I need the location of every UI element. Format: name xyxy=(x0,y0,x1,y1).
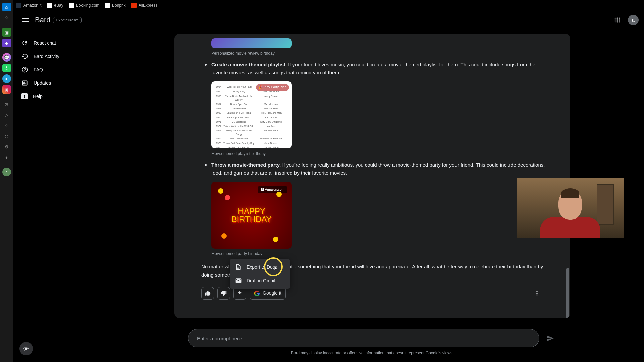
caption-party: Movie-themed party birthday xyxy=(211,251,550,257)
updates-icon xyxy=(21,80,28,86)
os-sidebar: ⌂ ☆ ▣ ◆ 💬 ✆ ➤ ◉ ◷ ▷ ♡ ◎ ⚙ ✦ a xyxy=(0,0,13,362)
os-icon-star[interactable]: ☆ xyxy=(2,13,11,22)
nav-label: FAQ xyxy=(34,67,43,72)
docs-icon xyxy=(235,264,242,270)
cursor-pointer-icon xyxy=(272,265,278,273)
draft-in-gmail-item[interactable]: Draft in Gmail xyxy=(230,274,290,287)
nav-help[interactable]: ! Help xyxy=(16,90,105,103)
reset-icon xyxy=(21,40,28,46)
activity-icon xyxy=(21,53,28,60)
prompt-area: Bard may display inaccurate or offensive… xyxy=(188,329,557,355)
tab-ebay[interactable]: eBay xyxy=(47,3,63,8)
bullet-dot-icon xyxy=(205,64,207,66)
google-it-button[interactable]: Google it xyxy=(250,287,286,300)
tab-bonprix[interactable]: Bonprix xyxy=(105,3,126,8)
user-avatar[interactable]: a xyxy=(628,15,639,25)
image-party: 🅰 Amazon.com HAPPYBIRTHDAY xyxy=(211,182,292,249)
os-icon-app1[interactable]: ▣ xyxy=(2,28,11,37)
os-icon-telegram[interactable]: ➤ xyxy=(2,74,11,83)
nav-updates[interactable]: Updates xyxy=(16,76,105,90)
tab-booking[interactable]: Booking.com xyxy=(69,3,99,8)
svg-point-2 xyxy=(619,18,620,19)
os-icon-target[interactable]: ◎ xyxy=(2,132,11,140)
os-icon-clock[interactable]: ◷ xyxy=(2,100,11,108)
theme-toggle-button[interactable] xyxy=(19,342,33,355)
export-to-docs-item[interactable]: Export to Docs xyxy=(230,260,290,274)
party-source-badge: 🅰 Amazon.com xyxy=(258,186,287,193)
bullet-playlist: Create a movie-themed playlist. If your … xyxy=(195,61,550,77)
export-gmail-label: Draft in Gmail xyxy=(247,278,275,283)
nav-label: Bard Activity xyxy=(34,54,59,59)
os-icon-whatsapp[interactable]: ✆ xyxy=(2,64,11,72)
app-title: Bard xyxy=(35,16,50,24)
svg-point-3 xyxy=(615,19,616,20)
caption-review: Personalized movie review birthday xyxy=(211,50,550,57)
os-icon-app2[interactable]: ◆ xyxy=(2,39,11,47)
image-playlist: 🎉 Play Party Plan 1964I Want to Hold You… xyxy=(211,81,292,148)
scrollbar-thumb[interactable] xyxy=(566,268,569,318)
caption-playlist: Movie-themed playlist birthday xyxy=(211,150,550,157)
menu-icon xyxy=(21,16,30,24)
gmail-icon xyxy=(235,277,242,284)
help-icon: ! xyxy=(21,93,28,99)
left-navigation: Reset chat Bard Activity FAQ Updates ! H… xyxy=(13,34,107,105)
nav-bard-activity[interactable]: Bard Activity xyxy=(16,50,105,63)
faq-icon xyxy=(21,66,28,73)
app-header: Bard Experiment a xyxy=(13,11,644,29)
browser-tab-strip: Amazon.it eBay Booking.com Bonprix AliEx… xyxy=(13,0,644,11)
svg-point-1 xyxy=(616,18,618,19)
nav-label: Help xyxy=(33,94,43,99)
image-review xyxy=(211,38,292,48)
export-menu: Export to Docs Draft in Gmail xyxy=(230,259,290,289)
nav-label: Reset chat xyxy=(34,40,56,46)
svg-point-6 xyxy=(615,21,616,22)
thumbs-down-icon xyxy=(221,290,227,296)
os-icon-avatar[interactable]: a xyxy=(2,168,11,176)
thumbs-down-button[interactable] xyxy=(217,287,230,300)
hamburger-menu-button[interactable] xyxy=(19,13,32,27)
nav-faq[interactable]: FAQ xyxy=(16,63,105,76)
os-icon-sparkle[interactable]: ✦ xyxy=(2,153,11,162)
thumbs-up-icon xyxy=(205,290,211,296)
thumbs-up-button[interactable] xyxy=(201,287,214,300)
os-icon-settings[interactable]: ⚙ xyxy=(2,142,11,151)
experiment-badge: Experiment xyxy=(53,17,81,23)
nav-reset-chat[interactable]: Reset chat xyxy=(16,36,105,50)
svg-point-4 xyxy=(616,19,618,20)
tab-amazon[interactable]: Amazon.it xyxy=(16,3,41,8)
send-icon xyxy=(546,334,554,342)
share-icon xyxy=(237,290,243,296)
os-icon-messenger[interactable]: 💬 xyxy=(2,53,11,62)
os-icon-heart[interactable]: ♡ xyxy=(2,121,11,130)
svg-point-5 xyxy=(619,19,620,20)
bullet-dot-icon xyxy=(205,164,207,166)
prompt-input[interactable] xyxy=(188,329,539,347)
share-button[interactable] xyxy=(233,287,246,300)
playlist-source-badge: 🎉 Play Party Plan xyxy=(256,84,289,91)
svg-point-7 xyxy=(616,21,618,22)
google-apps-button[interactable] xyxy=(610,13,624,27)
light-mode-icon xyxy=(23,346,29,352)
os-icon-instagram[interactable]: ◉ xyxy=(2,85,11,94)
google-it-label: Google it xyxy=(263,289,281,297)
apps-grid-icon xyxy=(614,17,621,23)
more-options-button[interactable] xyxy=(531,287,543,300)
bullet-party: Throw a movie-themed party. If you're fe… xyxy=(195,161,550,177)
tab-aliexpress[interactable]: AliExpress xyxy=(131,3,158,8)
response-action-bar: Google it xyxy=(201,287,550,300)
webcam-overlay xyxy=(517,178,624,238)
google-logo-icon xyxy=(254,290,260,296)
svg-point-8 xyxy=(619,21,620,22)
nav-label: Updates xyxy=(34,80,51,86)
disclaimer-text: Bard may display inaccurate or offensive… xyxy=(188,351,557,355)
more-vert-icon xyxy=(534,290,540,297)
send-button[interactable] xyxy=(543,331,557,345)
os-icon-play[interactable]: ▷ xyxy=(2,110,11,119)
svg-point-0 xyxy=(615,18,616,19)
os-icon-home[interactable]: ⌂ xyxy=(2,3,11,11)
